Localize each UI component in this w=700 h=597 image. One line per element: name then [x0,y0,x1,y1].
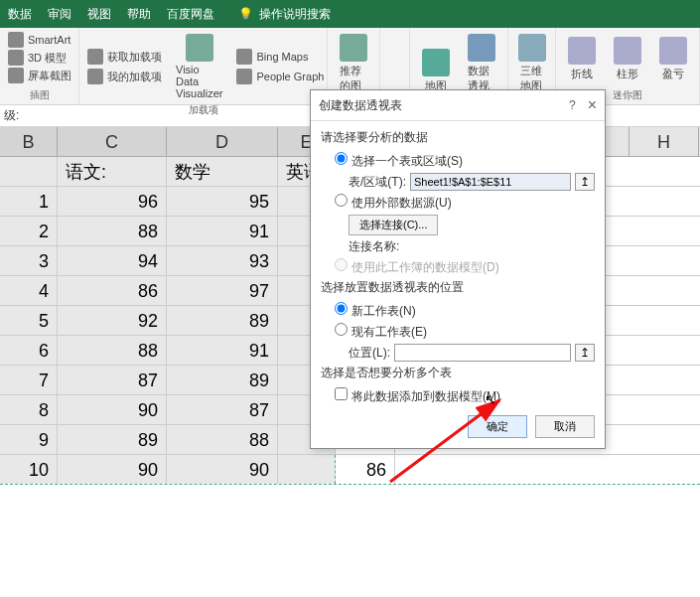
cell[interactable]: 1 [0,187,58,216]
cell[interactable]: 97 [167,276,278,305]
location-input[interactable] [394,344,571,362]
checkbox-add-model[interactable]: 将此数据添加到数据模型(M) [335,387,500,405]
group-label-addins: 加载项 [87,103,319,117]
cell[interactable]: 86 [58,276,167,305]
cell[interactable]: 91 [167,336,278,365]
cell[interactable]: 89 [58,425,167,454]
peoplegraph-button[interactable]: People Graph [236,69,324,84]
section-multi-table: 选择是否想要分析多个表 [321,365,595,381]
sparkline-line-button[interactable]: 折线 [564,35,600,83]
col-D[interactable]: D [167,127,278,156]
cell[interactable]: 86 [336,455,395,484]
cell[interactable]: 87 [58,366,167,394]
menu-bar: 数据 审阅 视图 帮助 百度网盘 💡 操作说明搜索 [0,0,700,28]
3dmodel-button[interactable]: 3D 模型 [8,50,67,66]
bingmaps-button[interactable]: Bing Maps [236,49,324,65]
visio-button[interactable]: Visio Data Visualizer [172,32,226,101]
screenshot-button[interactable]: 屏幕截图 [8,68,71,83]
cell[interactable]: 87 [167,395,278,424]
cell[interactable]: 90 [167,455,278,484]
get-addins-button[interactable]: 获取加载项 [87,49,162,65]
dialog-title: 创建数据透视表 [319,97,569,114]
cell[interactable]: 88 [58,336,167,365]
my-addins-button[interactable]: 我的加载项 [87,69,162,84]
menu-view[interactable]: 视图 [87,6,111,23]
cell[interactable]: 95 [167,187,278,216]
radio-existing-sheet[interactable]: 现有工作表(E) [335,323,427,341]
3dmap-button[interactable]: 三维地图 [516,32,547,95]
cell[interactable]: 7 [0,366,58,394]
cell[interactable]: 88 [167,425,278,454]
col-C[interactable]: C [58,127,167,156]
cell[interactable]: 89 [167,306,278,335]
search-hint[interactable]: 操作说明搜索 [259,6,331,23]
cell[interactable] [278,455,336,484]
bulb-icon: 💡 [238,7,253,21]
table-row: 10909086 [0,455,700,485]
section-choose-data: 请选择要分析的数据 [321,129,595,146]
cell[interactable]: 5 [0,306,58,335]
cancel-button[interactable]: 取消 [535,415,595,438]
cell[interactable]: 10 [0,455,58,484]
cell[interactable]: 4 [0,276,58,305]
section-placement: 选择放置数据透视表的位置 [321,279,595,296]
cell[interactable]: 93 [167,246,278,275]
smartart-button[interactable]: SmartArt [8,32,70,48]
cell[interactable]: 89 [167,366,278,394]
cell[interactable]: 91 [167,217,278,245]
col-H[interactable]: H [630,127,699,156]
cell[interactable]: 9 [0,425,58,454]
sparkline-winloss-button[interactable]: 盈亏 [655,35,691,83]
menu-review[interactable]: 审阅 [48,6,71,23]
range-picker-button[interactable]: ↥ [575,173,595,191]
map-button[interactable]: 地图 [418,47,454,95]
hdr-chinese: 语文: [58,157,167,186]
cell[interactable]: 94 [58,246,167,275]
radio-data-model[interactable]: 使用此工作簿的数据模型(D) [335,258,499,276]
group-label-illustrations: 插图 [8,88,70,102]
cell[interactable]: 90 [58,455,167,484]
range-label: 表/区域(T): [349,174,406,191]
create-pivot-dialog: 创建数据透视表 ? × 请选择要分析的数据 选择一个表或区域(S) 表/区域(T… [310,89,606,449]
radio-external-source[interactable]: 使用外部数据源(U) [335,194,452,212]
cell[interactable]: 92 [58,306,167,335]
menu-baidu[interactable]: 百度网盘 [167,6,214,23]
location-label: 位置(L): [349,345,390,362]
location-picker-button[interactable]: ↥ [575,344,595,362]
cell[interactable]: 8 [0,395,58,424]
connection-name-label: 连接名称: [349,238,399,255]
radio-select-range[interactable]: 选择一个表或区域(S) [335,152,463,170]
range-input[interactable] [410,173,571,191]
choose-connection-button[interactable]: 选择连接(C)... [349,215,438,235]
cell[interactable]: 2 [0,217,58,245]
menu-help[interactable]: 帮助 [127,6,151,23]
col-B[interactable]: B [0,127,58,156]
ok-button[interactable]: 确定 [468,415,527,438]
cell[interactable]: 88 [58,217,167,245]
cell[interactable]: 6 [0,336,58,365]
level-label: 级: [4,107,19,124]
cell[interactable]: 3 [0,246,58,275]
cell[interactable]: 90 [58,395,167,424]
hdr-math: 数学 [167,157,278,186]
cell[interactable]: 96 [58,187,167,216]
radio-new-sheet[interactable]: 新工作表(N) [335,302,416,320]
sparkline-column-button[interactable]: 柱形 [610,35,645,83]
menu-data[interactable]: 数据 [8,6,32,23]
dialog-titlebar[interactable]: 创建数据透视表 ? × [311,90,605,121]
help-icon[interactable]: ? [569,98,576,112]
close-icon[interactable]: × [588,96,597,114]
